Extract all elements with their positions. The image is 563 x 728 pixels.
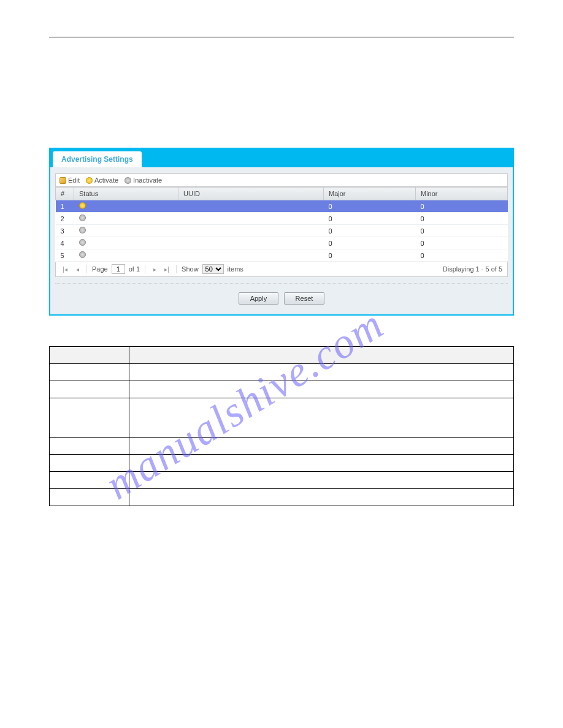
cell: [129, 489, 514, 506]
reset-button[interactable]: Reset: [284, 292, 325, 305]
separator: [145, 265, 145, 273]
grid-toolbar: Edit Activate Inactivate: [55, 173, 508, 187]
page-top-rule: [49, 37, 514, 37]
cell-num: 2: [56, 213, 74, 225]
activate-label: Activate: [94, 176, 118, 184]
cell-num: 5: [56, 249, 74, 262]
last-page-button[interactable]: ▸|: [163, 265, 171, 273]
settings-grid: # Status UUID Major Minor 1 0 0 2: [55, 187, 508, 262]
bulb-off-icon: [124, 177, 131, 184]
cell-status: [74, 200, 178, 213]
description-table: [49, 346, 514, 506]
show-label: Show: [182, 265, 199, 273]
page-of-label: of 1: [129, 265, 140, 273]
col-uuid[interactable]: UUID: [178, 188, 324, 200]
cell-major: 0: [324, 225, 416, 237]
table-row: [50, 455, 514, 472]
edit-label: Edit: [68, 176, 80, 184]
page-label: Page: [92, 265, 108, 273]
table-row[interactable]: 4 0 0: [56, 237, 508, 249]
col-major[interactable]: Major: [324, 188, 416, 200]
cell-uuid: [178, 249, 324, 262]
pager: |◂ ◂ Page of 1 ▸ ▸| Show 50 items Displa…: [55, 262, 508, 277]
cell: [50, 381, 129, 398]
cell-num: 1: [56, 200, 74, 213]
cell-status: [74, 213, 178, 225]
table-row: [50, 489, 514, 506]
activate-button[interactable]: Activate: [86, 176, 118, 184]
panel-body: Edit Activate Inactivate # Status UUID M…: [50, 167, 513, 314]
cell-minor: 0: [416, 225, 508, 237]
cell: [129, 398, 514, 438]
table-row: [50, 472, 514, 489]
cell-major: 0: [324, 200, 416, 213]
table-row: [50, 364, 514, 381]
cell-minor: 0: [416, 213, 508, 225]
cell-minor: 0: [416, 200, 508, 213]
cell: [50, 398, 129, 438]
table-row: [50, 347, 514, 364]
cell: [50, 455, 129, 472]
cell-minor: 0: [416, 249, 508, 262]
table-row: [50, 381, 514, 398]
cell-uuid: [178, 225, 324, 237]
cell-major: 0: [324, 237, 416, 249]
cell: [50, 472, 129, 489]
cell-minor: 0: [416, 237, 508, 249]
cell: [129, 381, 514, 398]
cell-num: 4: [56, 237, 74, 249]
separator: [176, 265, 177, 273]
cell-status: [74, 225, 178, 237]
edit-button[interactable]: Edit: [59, 176, 80, 184]
tab-bar: Advertising Settings: [50, 149, 513, 167]
bulb-on-icon: [79, 202, 86, 209]
table-row[interactable]: 1 0 0: [56, 200, 508, 213]
table-row[interactable]: 5 0 0: [56, 249, 508, 262]
prev-page-button[interactable]: ◂: [73, 265, 82, 273]
advertising-settings-panel: Advertising Settings Edit Activate Inact…: [49, 148, 514, 316]
table-row: [50, 398, 514, 438]
separator: [86, 265, 87, 273]
table-row[interactable]: 2 0 0: [56, 213, 508, 225]
edit-icon: [59, 177, 66, 184]
bulb-off-icon: [79, 214, 86, 221]
bulb-off-icon: [79, 239, 86, 246]
table-row[interactable]: 3 0 0: [56, 225, 508, 237]
first-page-button[interactable]: |◂: [61, 265, 69, 273]
cell-status: [74, 237, 178, 249]
cell-uuid: [178, 213, 324, 225]
cell: [129, 455, 514, 472]
cell-uuid: [178, 237, 324, 249]
cell-num: 3: [56, 225, 74, 237]
items-label: items: [228, 265, 243, 273]
grid-header-row: # Status UUID Major Minor: [56, 188, 508, 200]
tab-advertising-settings[interactable]: Advertising Settings: [53, 151, 142, 167]
cell: [50, 438, 129, 455]
cell-major: 0: [324, 213, 416, 225]
inactivate-button[interactable]: Inactivate: [124, 176, 162, 184]
bulb-on-icon: [86, 177, 93, 184]
cell-status: [74, 249, 178, 262]
inactivate-label: Inactivate: [133, 176, 162, 184]
cell-major: 0: [324, 249, 416, 262]
cell: [129, 472, 514, 489]
col-num[interactable]: #: [56, 188, 74, 200]
col-minor[interactable]: Minor: [416, 188, 508, 200]
cell: [129, 438, 514, 455]
bulb-off-icon: [79, 251, 86, 258]
button-row: Apply Reset: [55, 283, 508, 305]
page-input[interactable]: [112, 264, 125, 274]
cell: [129, 347, 514, 364]
table-row: [50, 438, 514, 455]
cell: [50, 347, 129, 364]
cell: [50, 489, 129, 506]
page-size-select[interactable]: 50: [202, 264, 224, 274]
display-info: Displaying 1 - 5 of 5: [443, 265, 502, 273]
next-page-button[interactable]: ▸: [150, 265, 159, 273]
cell: [50, 364, 129, 381]
col-status[interactable]: Status: [74, 188, 178, 200]
bulb-off-icon: [79, 227, 86, 233]
apply-button[interactable]: Apply: [239, 292, 279, 305]
cell-uuid: [178, 200, 324, 213]
cell: [129, 364, 514, 381]
